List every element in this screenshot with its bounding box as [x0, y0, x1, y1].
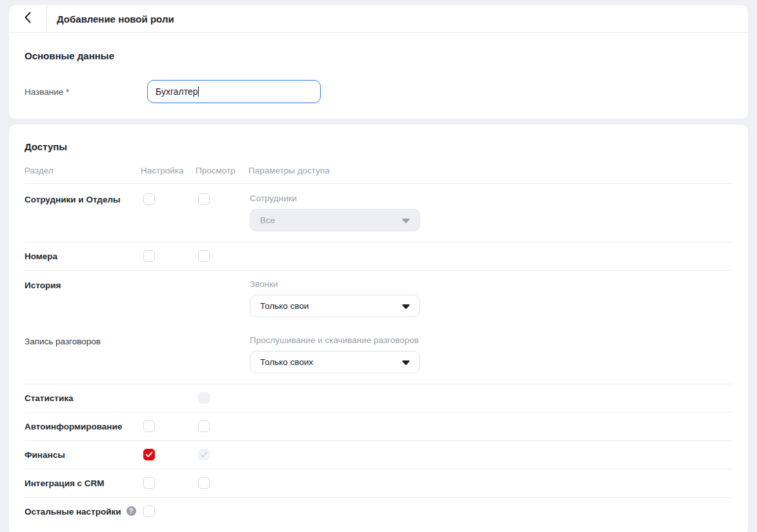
- table-row-finances: Финансы: [25, 441, 732, 469]
- table-row-crm: Интеграция с CRM: [25, 469, 732, 498]
- view-checkbox[interactable]: [198, 449, 210, 460]
- configure-checkbox[interactable]: [143, 506, 155, 517]
- basic-data-heading: Основные данные: [25, 50, 732, 61]
- configure-checkbox[interactable]: [143, 420, 155, 432]
- row-sublabel: Запись разговоров: [25, 335, 141, 346]
- basic-data-section: Основные данные Название * Бухгалтер: [9, 33, 748, 119]
- header-divider: [46, 5, 47, 32]
- view-checkbox[interactable]: [198, 193, 210, 205]
- role-name-input[interactable]: Бухгалтер: [147, 80, 321, 103]
- recordings-scope-select[interactable]: Только своих: [250, 351, 420, 373]
- add-role-page: Добавление новой роли Основные данные На…: [0, 0, 757, 532]
- row-label: Статистика: [25, 392, 141, 403]
- table-row-autoinform: Автоинформирование: [25, 413, 732, 441]
- param-label: Прослушивание и скачивание разговоров: [250, 335, 732, 345]
- view-checkbox[interactable]: [198, 250, 210, 262]
- view-checkbox[interactable]: [198, 420, 210, 432]
- configure-checkbox[interactable]: [143, 250, 155, 262]
- column-header-configure: Настройка: [141, 166, 196, 175]
- row-label: Номера: [25, 250, 141, 261]
- table-header-row: Раздел Настройка Просмотр Параметры дост…: [25, 166, 732, 184]
- access-card: Доступы Раздел Настройка Просмотр Параме…: [9, 124, 748, 532]
- text-cursor: [198, 86, 199, 97]
- role-name-value: Бухгалтер: [156, 86, 197, 97]
- row-label: Остальные настройки: [25, 506, 121, 517]
- name-field-row: Название * Бухгалтер: [25, 80, 732, 103]
- row-label: Интеграция с CRM: [25, 477, 141, 488]
- row-label: История: [25, 279, 141, 290]
- param-label: Звонки: [250, 279, 732, 289]
- chevron-down-icon: [402, 304, 410, 309]
- row-label: Автоинформирование: [25, 420, 141, 431]
- table-row-other-settings: Остальные настройки ?: [25, 498, 732, 532]
- view-checkbox[interactable]: [198, 392, 210, 404]
- table-row-statistics: Статистика: [25, 384, 732, 413]
- select-value: Только своих: [260, 357, 313, 367]
- column-header-view: Просмотр: [196, 166, 248, 175]
- basic-data-card: Добавление новой роли Основные данные На…: [9, 5, 748, 119]
- name-field-label: Название *: [25, 87, 147, 97]
- chevron-left-icon: [25, 12, 31, 26]
- table-row-history: История Звонки Только свои Запись разгов…: [25, 271, 732, 384]
- table-row-numbers: Номера: [25, 242, 732, 271]
- param-label: Сотрудники: [250, 193, 732, 203]
- row-label: Финансы: [25, 449, 141, 460]
- employees-scope-select[interactable]: Все: [250, 209, 420, 232]
- view-checkbox[interactable]: [198, 477, 210, 489]
- chevron-down-icon: [402, 360, 410, 365]
- configure-checkbox[interactable]: [143, 193, 155, 205]
- page-title: Добавление новой роли: [57, 5, 174, 32]
- access-heading: Доступы: [25, 141, 732, 152]
- back-button[interactable]: [9, 5, 46, 32]
- column-header-section: Раздел: [25, 166, 141, 175]
- row-label: Сотрудники и Отделы: [25, 193, 141, 204]
- table-row-employees: Сотрудники и Отделы Сотрудники Все: [25, 184, 732, 242]
- column-header-params: Параметры доступа: [248, 166, 732, 175]
- select-value: Все: [260, 215, 275, 225]
- page-header: Добавление новой роли: [9, 5, 748, 33]
- configure-checkbox[interactable]: [143, 477, 155, 489]
- select-value: Только свои: [260, 301, 308, 311]
- chevron-down-icon: [402, 218, 410, 223]
- configure-checkbox[interactable]: [143, 449, 155, 460]
- calls-scope-select[interactable]: Только свои: [250, 295, 420, 317]
- help-icon[interactable]: ?: [126, 506, 136, 516]
